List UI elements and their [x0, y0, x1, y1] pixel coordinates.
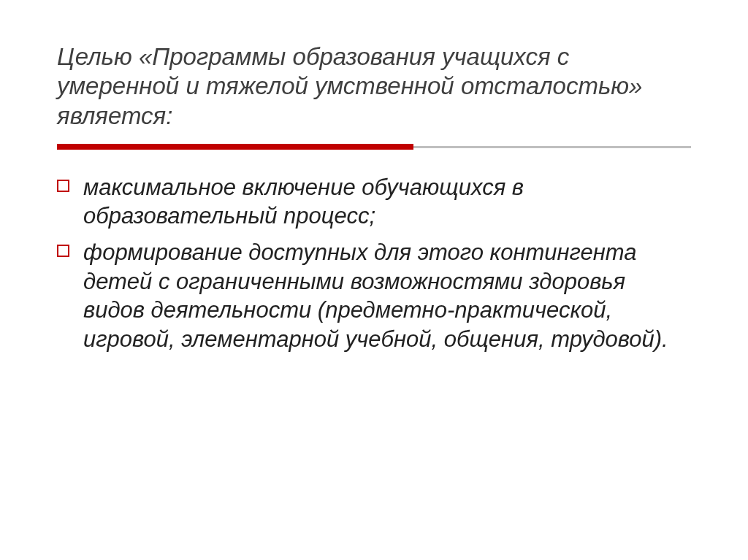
square-bullet-icon — [57, 180, 69, 192]
rule-red-line — [57, 144, 413, 150]
slide-title: Целью «Программы образования учащихся с … — [57, 42, 691, 131]
list-item: формирование доступных для этого континг… — [83, 238, 691, 354]
list-item-text: максимальное включение обучающихся в обр… — [83, 174, 524, 229]
list-item-text: формирование доступных для этого континг… — [83, 239, 668, 352]
list-item: максимальное включение обучающихся в обр… — [83, 173, 691, 231]
bullet-list: максимальное включение обучающихся в обр… — [57, 173, 691, 354]
title-rule — [57, 144, 691, 150]
slide: Целью «Программы образования учащихся с … — [0, 0, 748, 560]
square-bullet-icon — [57, 245, 69, 257]
